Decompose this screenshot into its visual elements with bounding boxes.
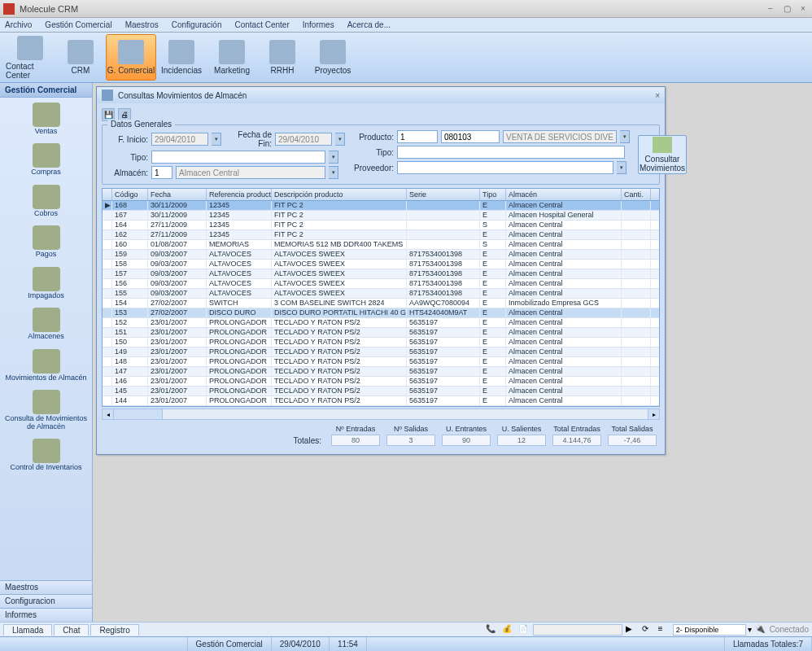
toolbar-button[interactable]: RRHH	[257, 34, 308, 81]
sidebar-item[interactable]: Cobros	[0, 181, 92, 222]
total-label: Total Entradas	[552, 425, 601, 433]
table-row[interactable]: 15709/03/2007ALTAVOCESALTAVOCES SWEEX871…	[103, 269, 659, 279]
sheet-icon[interactable]: 📄	[518, 624, 530, 636]
table-row[interactable]: 15809/03/2007ALTAVOCESALTAVOCES SWEEX871…	[103, 260, 659, 269]
child-close-button[interactable]: ×	[655, 91, 660, 100]
table-row[interactable]: ▶16830/11/200912345FIT PC 2EAlmacen Cent…	[103, 201, 659, 211]
menu-item[interactable]: Archivo	[5, 20, 32, 29]
toolbar-button[interactable]: Incidencias	[156, 34, 207, 81]
stack-icon[interactable]: ≡	[658, 624, 670, 636]
producto-desc-input	[503, 130, 617, 143]
column-header[interactable]: Serie	[407, 189, 480, 200]
fechafin-dropdown-icon[interactable]: ▾	[335, 133, 345, 146]
column-header[interactable]: Fecha	[148, 189, 207, 200]
phone-icon[interactable]: 📞	[486, 624, 497, 636]
table-row[interactable]: 15427/02/2007SWITCH3 COM BASELINE SWITCH…	[103, 299, 659, 308]
minimize-button[interactable]: −	[765, 4, 776, 14]
toolbar-icon	[320, 40, 346, 64]
almacen-dropdown-icon[interactable]: ▾	[329, 166, 338, 179]
dial-input[interactable]	[533, 624, 622, 636]
table-row[interactable]: 15123/01/2007PROLONGADORTECLADO Y RATON …	[103, 328, 659, 338]
column-header[interactable]: Canti.	[622, 189, 651, 200]
table-row[interactable]: 15909/03/2007ALTAVOCESALTAVOCES SWEEX871…	[103, 250, 659, 260]
availability-dropdown-icon[interactable]: ▾	[748, 625, 752, 634]
almacen-id-input[interactable]	[151, 166, 172, 179]
menu-item[interactable]: Contact Center	[234, 20, 289, 29]
proveedor-dropdown-icon[interactable]: ▾	[617, 161, 626, 174]
column-header[interactable]: Descripción producto	[272, 189, 407, 200]
table-row[interactable]: 16730/11/200912345FIT PC 2EAlmacen Hospi…	[103, 211, 659, 221]
sidebar-item[interactable]: Movimientos de Almacén	[0, 346, 92, 387]
producto-id-input[interactable]	[397, 130, 438, 143]
menu-item[interactable]: Configuración	[172, 20, 222, 29]
table-row[interactable]: 16227/11/200912345FIT PC 2EAlmacen Centr…	[103, 230, 659, 240]
table-row[interactable]: 14423/01/2007PROLONGADORTECLADO Y RATON …	[103, 396, 659, 406]
table-row[interactable]: 15609/03/2007ALTAVOCESALTAVOCES SWEEX871…	[103, 279, 659, 289]
sidebar-item[interactable]: Impagados	[0, 264, 92, 304]
scroll-right-icon[interactable]: ▸	[648, 409, 659, 419]
bottom-tab[interactable]: Registro	[90, 624, 138, 636]
table-row[interactable]: 15509/03/2007ALTAVOCESALTAVOCES SWEEX871…	[103, 289, 659, 299]
bottom-tab[interactable]: Chat	[54, 624, 89, 636]
table-row[interactable]: 16001/08/2007MEMORIASMEMORIAS 512 MB DDR…	[103, 240, 659, 250]
grid-h-scrollbar[interactable]: ◂ ▸	[102, 409, 660, 420]
sidebar-footer-item[interactable]: Informes	[0, 608, 92, 622]
column-header[interactable]	[103, 189, 112, 200]
sidebar-item[interactable]: Control de Inventarios	[0, 435, 92, 476]
sidebar-icon	[33, 390, 60, 414]
sidebar-item[interactable]: Almacenes	[0, 304, 92, 345]
menu-item[interactable]: Gestión Comercial	[45, 20, 111, 29]
menu-item[interactable]: Acerca de...	[347, 20, 391, 29]
column-header[interactable]: Referencia producto	[207, 189, 272, 200]
availability-combo[interactable]	[673, 624, 746, 636]
column-header[interactable]: Tipo	[480, 189, 506, 200]
maximize-button[interactable]: ▢	[781, 4, 792, 14]
proveedor-input[interactable]	[397, 161, 613, 174]
table-row[interactable]: 15327/02/2007DISCO DURODISCO DURO PORTAT…	[103, 308, 659, 318]
toolbar-button[interactable]: CRM	[55, 34, 106, 81]
tipo-left-dropdown-icon[interactable]: ▾	[329, 151, 338, 164]
finicio-input[interactable]	[151, 133, 208, 146]
sidebar-item[interactable]: Ventas	[0, 99, 92, 140]
column-header[interactable]: Almacén	[506, 189, 622, 200]
table-row[interactable]: 16427/11/200912345FIT PC 2SAlmacen Centr…	[103, 221, 659, 230]
toolbar-button[interactable]: G. Comercial	[106, 34, 156, 81]
table-row[interactable]: 14823/01/2007PROLONGADORTECLADO Y RATON …	[103, 357, 659, 367]
producto-code-input[interactable]	[441, 130, 500, 143]
column-header[interactable]: Código	[112, 189, 148, 200]
table-row[interactable]: 15223/01/2007PROLONGADORTECLADO Y RATON …	[103, 318, 659, 328]
table-row[interactable]: 15023/01/2007PROLONGADORTECLADO Y RATON …	[103, 338, 659, 347]
consultar-icon	[653, 137, 672, 153]
sidebar-icon	[33, 349, 60, 374]
consultar-button[interactable]: Consultar Movimientos	[638, 135, 687, 174]
table-row[interactable]: 14623/01/2007PROLONGADORTECLADO Y RATON …	[103, 377, 659, 387]
bottom-tab[interactable]: Llamada	[3, 624, 52, 636]
play-icon[interactable]: ▶	[626, 624, 637, 636]
menu-item[interactable]: Maestros	[125, 20, 159, 29]
table-row[interactable]: 14523/01/2007PROLONGADORTECLADO Y RATON …	[103, 387, 659, 396]
close-button[interactable]: ×	[797, 4, 809, 14]
finicio-dropdown-icon[interactable]: ▾	[212, 133, 221, 146]
grid-body[interactable]: ▶16830/11/200912345FIT PC 2EAlmacen Cent…	[103, 201, 659, 406]
tipo-right-input[interactable]	[397, 146, 625, 159]
toolbar-button[interactable]: Contact Center	[5, 34, 55, 81]
sidebar-item[interactable]: Consulta de Movimientos de Almacén	[0, 387, 92, 435]
scroll-thumb[interactable]	[114, 409, 163, 419]
app-title: Molecule CRM	[20, 4, 765, 14]
producto-dropdown-icon[interactable]: ▾	[620, 130, 630, 143]
toolbar-button[interactable]: Marketing	[207, 34, 257, 81]
menu-item[interactable]: Informes	[303, 20, 334, 29]
sidebar-item[interactable]: Pagos	[0, 222, 92, 263]
money-icon[interactable]: 💰	[502, 624, 513, 636]
sidebar-footer-item[interactable]: Configuracion	[0, 594, 92, 608]
table-row[interactable]: 14723/01/2007PROLONGADORTECLADO Y RATON …	[103, 367, 659, 377]
refresh-icon[interactable]: ⟳	[642, 624, 653, 636]
toolbar-button[interactable]: Proyectos	[308, 34, 358, 81]
sidebar-footer-item[interactable]: Maestros	[0, 580, 92, 594]
disconnect-icon[interactable]: 🔌	[755, 624, 766, 636]
tipo-left-input[interactable]	[151, 151, 325, 164]
table-row[interactable]: 14923/01/2007PROLONGADORTECLADO Y RATON …	[103, 347, 659, 357]
sidebar-item[interactable]: Compras	[0, 140, 92, 181]
fechafin-input[interactable]	[275, 133, 332, 146]
scroll-left-icon[interactable]: ◂	[103, 409, 114, 419]
